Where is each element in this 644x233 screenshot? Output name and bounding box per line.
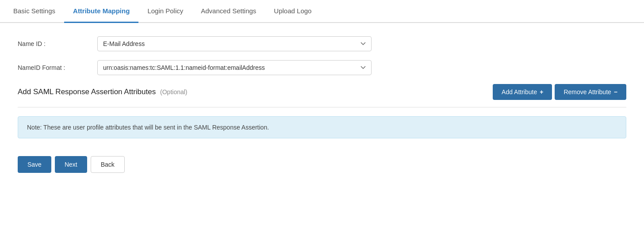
add-attribute-button[interactable]: Add Attribute — [493, 84, 552, 100]
tab-login-policy[interactable]: Login Policy — [138, 0, 192, 23]
nameid-format-label: NameID Format : — [18, 64, 97, 71]
remove-attribute-button[interactable]: Remove Attribute — [555, 84, 626, 100]
note-box: Note: These are user profile attributes … — [18, 116, 626, 138]
section-title-container: Add SAML Response Assertion Attributes (… — [18, 88, 188, 96]
tab-attribute-mapping[interactable]: Attribute Mapping — [64, 0, 138, 23]
section-title: Add SAML Response Assertion Attributes — [18, 88, 156, 96]
name-id-label: Name ID : — [18, 40, 97, 47]
back-button[interactable]: Back — [91, 156, 125, 173]
tab-basic-settings[interactable]: Basic Settings — [4, 0, 64, 23]
section-optional-label: (Optional) — [160, 88, 187, 95]
save-button[interactable]: Save — [18, 156, 51, 173]
section-divider — [18, 107, 626, 107]
nameid-format-select[interactable]: urn:oasis:names:tc:SAML:1.1:nameid-forma… — [97, 60, 372, 75]
main-content: Name ID : E-Mail Address Username User I… — [0, 23, 644, 191]
next-button[interactable]: Next — [55, 156, 87, 173]
assertion-attributes-section: Add SAML Response Assertion Attributes (… — [18, 84, 626, 100]
nameid-format-row: NameID Format : urn:oasis:names:tc:SAML:… — [18, 60, 626, 75]
attribute-buttons: Add Attribute Remove Attribute — [493, 84, 626, 100]
footer-buttons: Save Next Back — [18, 152, 626, 177]
name-id-row: Name ID : E-Mail Address Username User I… — [18, 36, 626, 51]
tab-advanced-settings[interactable]: Advanced Settings — [192, 0, 265, 23]
name-id-select[interactable]: E-Mail Address Username User ID — [97, 36, 372, 51]
tabs-nav: Basic Settings Attribute Mapping Login P… — [0, 0, 644, 23]
tab-upload-logo[interactable]: Upload Logo — [265, 0, 320, 23]
note-text: Note: These are user profile attributes … — [27, 124, 269, 131]
